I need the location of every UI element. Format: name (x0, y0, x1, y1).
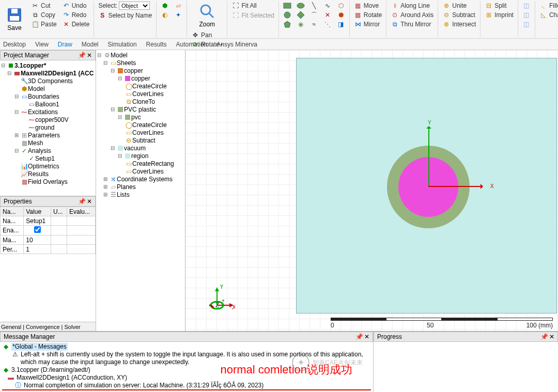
undo-button[interactable]: ↶Undo (60, 1, 92, 10)
draw-3d2[interactable]: ⬢ (335, 10, 347, 20)
tree-op[interactable]: ⧉CloneTo (96, 98, 185, 105)
tree-model-root[interactable]: ⊟⚙Model (96, 51, 185, 59)
around-axis-button[interactable]: ⊙Around Axis (389, 10, 436, 20)
draw-point[interactable]: ✕ (321, 10, 334, 20)
tree-op[interactable]: ▭CreateRectang (96, 160, 185, 167)
draw-rect[interactable] (281, 1, 293, 10)
tree-op[interactable]: ▭CoverLines (96, 167, 185, 175)
tree-coord[interactable]: ⊞⤭Coordinate Systems (96, 175, 185, 183)
misc-icon-4[interactable]: ✦ (172, 10, 184, 20)
split-button[interactable]: ⊟Split (483, 1, 516, 10)
draw-curve[interactable]: ∿ (321, 1, 334, 10)
view-triad[interactable]: Z Y X (199, 285, 235, 316)
fit-all-button[interactable]: ⛶Fit All (229, 1, 276, 10)
menu-simulation[interactable]: Simulation (108, 41, 137, 48)
draw-poly[interactable] (281, 20, 293, 29)
menu-model[interactable]: Model (82, 41, 99, 48)
msg-completion[interactable]: ⓘNormal completion of simulation on serv… (2, 382, 371, 390)
draw-3d3[interactable]: ◨ (335, 20, 347, 29)
mirror-button[interactable]: ⋈Mirror (352, 20, 384, 29)
tree-planes[interactable]: ⊞▱Planes (96, 183, 185, 191)
fit-selected-button[interactable]: ⛶Fit Selected (229, 11, 276, 20)
viewport-3d[interactable]: Y X Z Y X 050100 (mm) (185, 50, 558, 331)
tree-copper500v[interactable]: ⁓copper500V (0, 116, 96, 123)
tree-sheets[interactable]: ⊟▭Sheets (96, 59, 185, 67)
tree-excitations[interactable]: ⊟⁓Excitations (0, 108, 96, 116)
prop-tabs[interactable]: General | Convergence | Solver (0, 322, 96, 331)
pin-icon[interactable]: 📌 (78, 198, 86, 205)
tree-analysis[interactable]: ⊟✓Analysis (0, 147, 96, 154)
redo-button[interactable]: ↷Redo (60, 10, 92, 20)
pin-icon[interactable]: 📌 (355, 333, 363, 340)
copy-button[interactable]: ⧉Copy (29, 10, 59, 20)
tree-region[interactable]: ⊟region (96, 152, 185, 160)
draw-misc[interactable]: ◉ (295, 20, 307, 29)
tree-pvc-mat[interactable]: ⊟PVC plastic (96, 105, 185, 113)
menu-results[interactable]: Results (146, 41, 167, 48)
pan-button[interactable]: ✥Pan (189, 30, 225, 40)
close-icon[interactable]: ✕ (87, 52, 92, 59)
tree-mesh[interactable]: ▦Mesh (0, 139, 96, 147)
pin-icon[interactable]: 📌 (540, 333, 548, 340)
menu-minerva[interactable]: Ansys Minerva (216, 41, 257, 48)
enabled-checkbox[interactable] (34, 226, 41, 233)
menu-desktop[interactable]: Desktop (3, 41, 26, 48)
tree-project[interactable]: ⊟3.1copper* (0, 61, 96, 69)
draw-arc[interactable]: ⌒ (308, 10, 320, 20)
misc-icon-1[interactable]: ⬢ (159, 1, 171, 10)
msg-global[interactable]: ◆*Global - Messages (2, 343, 371, 351)
pin-icon[interactable]: 📌 (78, 52, 86, 59)
close-icon[interactable]: ✕ (549, 333, 554, 340)
draw-line[interactable]: ╲ (308, 1, 320, 10)
menu-draw[interactable]: Draw (58, 41, 72, 48)
select-mode[interactable]: Select:Object (96, 1, 154, 10)
draw-circle[interactable] (281, 10, 293, 20)
tree-optimetrics[interactable]: 📊Optimetrics (0, 162, 96, 170)
draw-ngon[interactable] (295, 10, 307, 20)
menu-view[interactable]: View (35, 41, 49, 48)
menu-automation[interactable]: Automation (176, 41, 208, 48)
tree-boundaries[interactable]: ⊟▭Boundaries (0, 92, 96, 100)
prop-row[interactable]: Na...Setup1 (1, 216, 96, 226)
tree-setup1[interactable]: ✓Setup1 (0, 154, 96, 162)
tree-op[interactable]: ⊖Subtract (96, 136, 185, 144)
hole2[interactable]: ◫ (520, 10, 533, 20)
tree-op[interactable]: ▭CoverLines (96, 90, 185, 98)
imprint-button[interactable]: ⊞Imprint (483, 10, 516, 20)
col-eval[interactable]: Evalu... (67, 207, 96, 216)
draw-spline[interactable]: ⋱ (321, 20, 334, 29)
cut-button[interactable]: ✂Cut (29, 1, 59, 10)
hole3[interactable]: ◫ (520, 20, 533, 29)
select-by-name-button[interactable]: SSelect by Name (96, 11, 154, 20)
col-value[interactable]: Value (24, 207, 51, 216)
tree-op[interactable]: ▭CoverLines (96, 129, 185, 136)
tree-op[interactable]: ◯CreateCircle (96, 82, 185, 90)
save-button[interactable]: Save (2, 1, 27, 37)
close-icon[interactable]: ✕ (87, 198, 92, 205)
misc-icon-2[interactable]: ◐ (159, 10, 171, 20)
unite-button[interactable]: ⊕Unite (440, 1, 478, 10)
hole1[interactable]: ◫ (520, 1, 533, 10)
message-list[interactable]: ◆*Global - Messages ⚠Left-alt + shift is… (0, 342, 373, 392)
model-tree[interactable]: ⊟⚙Model ⊟▭Sheets ⊟copper ⊟copper ◯Create… (96, 50, 185, 331)
tree-copper-obj[interactable]: ⊟copper (96, 74, 185, 82)
tree-vacuum[interactable]: ⊟vacuum (96, 144, 185, 152)
tree-model[interactable]: ⬢Model (0, 85, 96, 92)
tree-pvc-obj[interactable]: ⊟pvc (96, 113, 185, 121)
along-line-button[interactable]: ⫴Along Line (389, 1, 436, 10)
tree-3dcomp[interactable]: 🔧3D Components (0, 77, 96, 85)
col-name[interactable]: Na... (1, 207, 24, 216)
chamfer-button[interactable]: ◺Chamfer (537, 10, 558, 20)
tree-results[interactable]: 📈Results (0, 170, 96, 178)
tree-balloon[interactable]: ▭Balloon1 (0, 100, 96, 108)
paste-button[interactable]: 📋Paste (29, 20, 59, 29)
misc-icon-3[interactable]: ▱ (172, 1, 184, 10)
tree-lists[interactable]: ⊞☰Lists (96, 191, 185, 198)
tree-op[interactable]: ◯CreateCircle (96, 121, 185, 129)
thru-mirror-button[interactable]: ⧉Thru Mirror (389, 20, 436, 29)
close-icon[interactable]: ✕ (364, 333, 369, 340)
delete-button[interactable]: ✕Delete (60, 20, 92, 29)
rotate-op-button[interactable]: ▦Rotate (352, 10, 384, 20)
intersect-button[interactable]: ⊗Intersect (440, 20, 478, 29)
fillet-button[interactable]: ◟Fillet (537, 1, 558, 10)
